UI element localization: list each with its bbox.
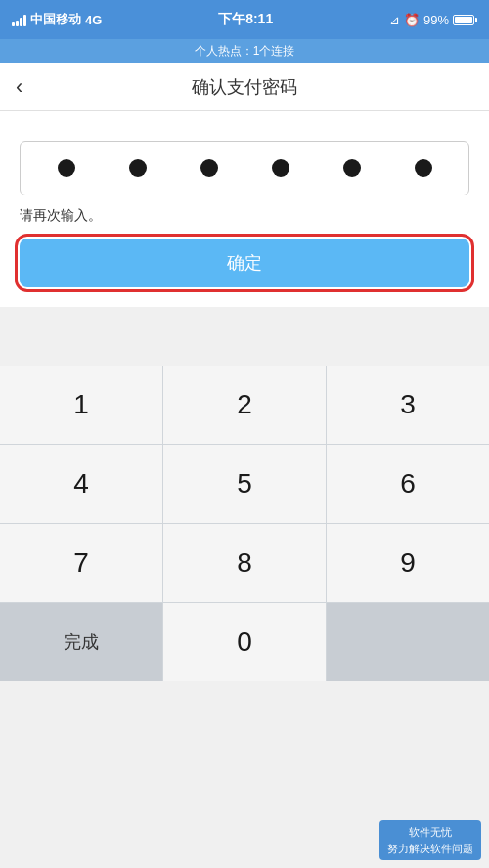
carrier-info: 中国移动 4G <box>12 11 102 28</box>
network-type: 4G <box>85 13 102 27</box>
password-dot-3 <box>200 159 218 177</box>
page-title: 确认支付密码 <box>192 75 297 99</box>
key-delete[interactable] <box>327 603 489 681</box>
key-0[interactable]: 0 <box>163 603 326 681</box>
hint-text: 请再次输入。 <box>20 207 469 225</box>
status-bar: 中国移动 4G 下午8:11 ⊿ ⏰ 99% <box>0 0 489 39</box>
watermark-line2: 努力解决软件问题 <box>387 841 473 857</box>
hotspot-text: 个人热点：1个连接 <box>195 43 295 60</box>
password-dot-1 <box>58 159 75 177</box>
hotspot-bar: 个人热点：1个连接 <box>0 39 489 63</box>
password-dot-2 <box>129 159 147 177</box>
password-input-display <box>20 141 469 195</box>
battery-icon <box>453 15 477 25</box>
spacer <box>0 307 489 366</box>
back-icon: ‹ <box>16 74 22 99</box>
status-time: 下午8:11 <box>218 11 273 28</box>
watermark-line1: 软件无忧 <box>387 824 473 841</box>
password-dot-6 <box>415 159 432 177</box>
key-5[interactable]: 5 <box>163 445 326 523</box>
back-button[interactable]: ‹ <box>16 74 22 100</box>
key-1[interactable]: 1 <box>0 366 162 444</box>
key-7[interactable]: 7 <box>0 524 162 602</box>
main-content: 请再次输入。 确定 <box>0 111 489 307</box>
confirm-button[interactable]: 确定 <box>20 239 469 287</box>
key-9[interactable]: 9 <box>327 524 489 602</box>
watermark: 软件无忧 努力解决软件问题 <box>379 820 481 860</box>
status-indicators: ⊿ ⏰ 99% <box>389 13 477 27</box>
password-dot-4 <box>272 159 289 177</box>
nav-bar: ‹ 确认支付密码 <box>0 63 489 111</box>
alarm-icon: ⏰ <box>404 13 420 27</box>
password-dot-5 <box>343 159 361 177</box>
battery-percent: 99% <box>423 13 449 27</box>
key-8[interactable]: 8 <box>163 524 326 602</box>
location-icon: ⊿ <box>389 13 400 27</box>
key-4[interactable]: 4 <box>0 445 162 523</box>
key-done[interactable]: 完成 <box>0 603 162 681</box>
signal-icon <box>12 13 26 26</box>
carrier-name: 中国移动 <box>30 11 81 28</box>
key-6[interactable]: 6 <box>327 445 489 523</box>
key-3[interactable]: 3 <box>327 366 489 444</box>
numpad: 1 2 3 4 5 6 7 8 9 完成 0 <box>0 366 489 681</box>
key-2[interactable]: 2 <box>163 366 326 444</box>
